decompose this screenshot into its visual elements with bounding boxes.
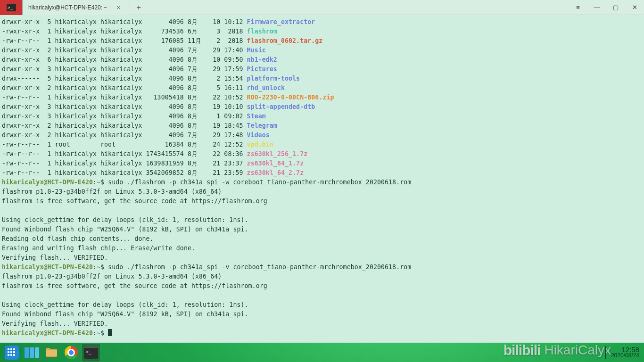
output-line: Found Winbond flash chip "W25Q64.V" (819… xyxy=(2,310,642,319)
ls-filename: Telegram xyxy=(247,122,277,129)
output-line: Found Winbond flash chip "W25Q64.V" (819… xyxy=(2,225,642,234)
output-line: Erasing and writing flash chip... Erase/… xyxy=(2,244,642,253)
chrome-icon[interactable] xyxy=(62,343,81,362)
terminal-tab[interactable]: hikaricalyx@HCT-DPN-E420: ~ × xyxy=(23,0,129,15)
tab-title: hikaricalyx@HCT-DPN-E420: ~ xyxy=(28,4,107,11)
output-line: Using clock_gettime for delay loops (clk… xyxy=(2,300,642,310)
ls-filename: vpd.bin xyxy=(247,141,273,148)
terminal-app-icon: >_ xyxy=(0,0,23,15)
tray-divider xyxy=(605,346,606,359)
tab-close-icon[interactable]: × xyxy=(116,4,120,11)
ls-row: drwxr-xr-x 6 hikaricalyx hikaricalyx 409… xyxy=(2,55,642,65)
close-button[interactable]: ✕ xyxy=(625,0,644,15)
output-line: Reading old flash chip contents... done. xyxy=(2,234,642,244)
ls-filename: nb1-edk2 xyxy=(247,56,277,63)
output-line: flashrom is free software, get the sourc… xyxy=(2,197,642,206)
output-blank xyxy=(2,291,642,300)
ls-filename: flashrom_0602.tar.gz xyxy=(247,37,323,44)
ls-row: drwxr-xr-x 2 hikaricalyx hikaricalyx 409… xyxy=(2,131,642,140)
clock[interactable]: 12:58 2020/08/24 xyxy=(611,346,642,359)
system-tray: 12:58 2020/08/24 xyxy=(605,343,642,362)
ls-filename: Steam xyxy=(247,113,266,120)
ls-row: -rw-r--r-- 1 root root 16384 8月 24 12:52… xyxy=(2,140,642,149)
terminal-viewport[interactable]: drwxr-xr-x 5 hikaricalyx hikaricalyx 409… xyxy=(0,15,644,343)
applications-menu-icon[interactable] xyxy=(2,343,21,362)
ls-filename: zs630kl_64_2.7z xyxy=(247,169,304,176)
output-line: flashrom p1.0-23-g34b0ff2f on Linux 5.3.… xyxy=(2,272,642,281)
new-tab-button[interactable]: + xyxy=(129,3,148,12)
ls-row: -rwxr-xr-x 1 hikaricalyx hikaricalyx 734… xyxy=(2,27,642,36)
ls-filename: Pictures xyxy=(247,66,277,73)
ls-row: -rw-r--r-- 1 hikaricalyx hikaricalyx 174… xyxy=(2,149,642,159)
output-blank xyxy=(2,206,642,215)
terminal-taskbar-icon[interactable] xyxy=(82,343,100,362)
ls-filename: split-appended-dtb xyxy=(247,103,315,110)
ls-row: -rw-r--r-- 1 hikaricalyx hikaricalyx 354… xyxy=(2,168,642,178)
cursor xyxy=(108,329,112,336)
window-titlebar: >_ hikaricalyx@HCT-DPN-E420: ~ × + ≡ — ▢… xyxy=(0,0,644,15)
svg-text:>_: >_ xyxy=(8,5,13,10)
ls-row: -rw-r--r-- 1 hikaricalyx hikaricalyx 176… xyxy=(2,36,642,46)
ls-row: drwxr-xr-x 5 hikaricalyx hikaricalyx 409… xyxy=(2,17,642,27)
file-manager-icon[interactable] xyxy=(42,343,61,362)
ls-row: drwxr-xr-x 2 hikaricalyx hikaricalyx 409… xyxy=(2,46,642,55)
multitask-icon[interactable] xyxy=(22,343,41,362)
clock-date: 2020/08/24 xyxy=(611,353,639,359)
output-line: flashrom is free software, get the sourc… xyxy=(2,281,642,291)
command-line-3: hikaricalyx@HCT-DPN-E420:~$ xyxy=(2,329,642,338)
ls-filename: rhd_unlock xyxy=(247,84,285,91)
ls-filename: zs630kl_256_1.7z xyxy=(247,150,308,157)
ls-output: drwxr-xr-x 5 hikaricalyx hikaricalyx 409… xyxy=(2,17,642,178)
menu-icon[interactable]: ≡ xyxy=(569,0,587,15)
ls-filename: Music xyxy=(247,47,266,54)
window-controls: ≡ — ▢ ✕ xyxy=(569,0,644,15)
clock-time: 12:58 xyxy=(611,346,639,353)
ls-filename: flashrom xyxy=(247,28,277,35)
ls-filename: Videos xyxy=(247,132,270,139)
ls-row: drwxr-xr-x 2 hikaricalyx hikaricalyx 409… xyxy=(2,83,642,93)
taskbar: 12:58 2020/08/24 xyxy=(0,343,644,362)
ls-row: drwxr-xr-x 3 hikaricalyx hikaricalyx 409… xyxy=(2,65,642,74)
ls-row: drwx------ 5 hikaricalyx hikaricalyx 409… xyxy=(2,74,642,83)
ls-filename: Firmware_extractor xyxy=(247,18,315,25)
ls-row: -rw-r--r-- 1 hikaricalyx hikaricalyx 163… xyxy=(2,159,642,168)
maximize-button[interactable]: ▢ xyxy=(606,0,625,15)
ls-filename: ROO-2230-0-00CN-B06.zip xyxy=(247,94,334,101)
output-line: Using clock_gettime for delay loops (clk… xyxy=(2,215,642,225)
command-line-2: hikaricalyx@HCT-DPN-E420:~$ sudo ./flash… xyxy=(2,263,642,272)
output-line: Verifying flash... VERIFIED. xyxy=(2,319,642,329)
ls-row: drwxr-xr-x 2 hikaricalyx hikaricalyx 409… xyxy=(2,121,642,131)
ls-row: -rw-r--r-- 1 hikaricalyx hikaricalyx 130… xyxy=(2,93,642,102)
ls-row: drwxr-xr-x 3 hikaricalyx hikaricalyx 409… xyxy=(2,102,642,112)
command-line-1: hikaricalyx@HCT-DPN-E420:~$ sudo ./flash… xyxy=(2,178,642,187)
ls-filename: zs630kl_64_1.7z xyxy=(247,160,304,167)
minimize-button[interactable]: — xyxy=(587,0,606,15)
ls-row: drwxr-xr-x 3 hikaricalyx hikaricalyx 409… xyxy=(2,112,642,121)
output-line: Verifying flash... VERIFIED. xyxy=(2,253,642,263)
output-line: flashrom p1.0-23-g34b0ff2f on Linux 5.3.… xyxy=(2,187,642,197)
ls-filename: platform-tools xyxy=(247,75,300,82)
